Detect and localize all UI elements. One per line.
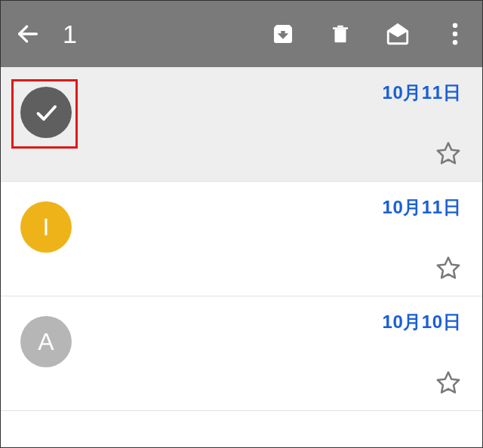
list-item-date: 10月11日 <box>383 81 461 105</box>
mark-read-button[interactable] <box>384 20 411 48</box>
star-toggle[interactable] <box>435 370 461 395</box>
svg-marker-6 <box>438 373 459 393</box>
check-icon <box>32 99 60 126</box>
svg-marker-5 <box>438 258 459 278</box>
list-item[interactable]: A 10月10日 <box>1 296 482 411</box>
avatar-toggle[interactable]: I <box>17 198 75 256</box>
trash-icon <box>329 21 352 47</box>
list-item[interactable]: I 10月11日 <box>1 182 482 296</box>
email-list: 10月11日 I 10月11日 <box>1 67 482 411</box>
svg-point-1 <box>453 23 458 29</box>
list-item-meta: 10月11日 <box>383 81 461 170</box>
list-item-meta: 10月11日 <box>383 195 461 285</box>
list-item-meta: 10月10日 <box>383 310 461 400</box>
back-button[interactable] <box>14 20 42 48</box>
star-outline-icon <box>435 140 461 166</box>
svg-marker-4 <box>438 143 459 164</box>
avatar-toggle[interactable] <box>17 84 75 141</box>
list-item-date: 10月11日 <box>383 195 461 219</box>
avatar: A <box>20 316 72 367</box>
more-vertical-icon <box>451 23 459 45</box>
avatar-letter: A <box>38 328 54 356</box>
open-envelope-icon <box>385 21 411 47</box>
archive-icon <box>271 22 295 46</box>
app-frame: 1 <box>0 0 483 448</box>
selection-count: 1 <box>60 20 269 49</box>
svg-point-2 <box>453 32 458 37</box>
avatar-letter: I <box>43 213 50 241</box>
star-toggle[interactable] <box>435 140 461 166</box>
delete-button[interactable] <box>327 20 354 48</box>
arrow-left-icon <box>15 21 41 47</box>
overflow-menu-button[interactable] <box>441 20 469 48</box>
star-toggle[interactable] <box>435 255 461 281</box>
toolbar-actions <box>269 20 469 48</box>
list-item-date: 10月10日 <box>383 310 461 334</box>
selection-toolbar: 1 <box>1 1 482 67</box>
archive-button[interactable] <box>269 20 297 48</box>
avatar-selected <box>20 87 72 138</box>
star-outline-icon <box>435 255 461 281</box>
avatar-toggle[interactable]: A <box>17 313 75 370</box>
avatar: I <box>20 201 72 253</box>
svg-point-3 <box>453 40 458 45</box>
list-item[interactable]: 10月11日 <box>1 67 482 182</box>
star-outline-icon <box>435 370 461 395</box>
